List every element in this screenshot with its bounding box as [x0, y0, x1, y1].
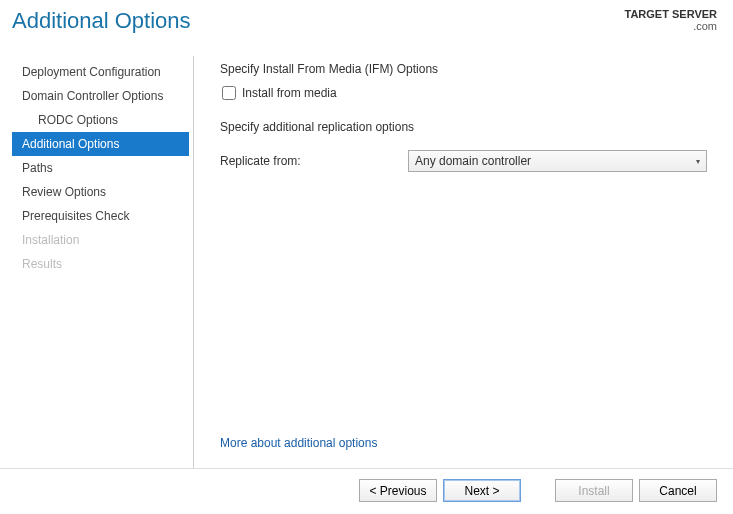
target-server-block: TARGET SERVER .com — [625, 8, 718, 32]
sidebar-item-domain-controller-options[interactable]: Domain Controller Options — [12, 84, 189, 108]
sidebar-item-additional-options[interactable]: Additional Options — [12, 132, 189, 156]
sidebar-item-rodc-options[interactable]: RODC Options — [12, 108, 189, 132]
main-panel: Specify Install From Media (IFM) Options… — [194, 56, 721, 468]
more-about-link[interactable]: More about additional options — [220, 436, 707, 450]
chevron-down-icon: ▾ — [696, 157, 700, 166]
sidebar-item-prerequisites-check[interactable]: Prerequisites Check — [12, 204, 189, 228]
next-button[interactable]: Next > — [443, 479, 521, 502]
sidebar-item-deployment-configuration[interactable]: Deployment Configuration — [12, 60, 189, 84]
target-server-value: .com — [625, 20, 718, 32]
sidebar-item-review-options[interactable]: Review Options — [12, 180, 189, 204]
install-from-media-checkbox[interactable]: Install from media — [222, 86, 707, 100]
wizard-footer: < Previous Next > Install Cancel — [0, 468, 733, 514]
install-from-media-label: Install from media — [242, 86, 337, 100]
target-server-label: TARGET SERVER — [625, 8, 718, 20]
replicate-from-value: Any domain controller — [415, 154, 531, 168]
sidebar-item-results: Results — [12, 252, 189, 276]
cancel-button[interactable]: Cancel — [639, 479, 717, 502]
previous-button[interactable]: < Previous — [359, 479, 437, 502]
page-title: Additional Options — [8, 8, 191, 34]
wizard-sidebar: Deployment ConfigurationDomain Controlle… — [12, 56, 194, 468]
sidebar-item-paths[interactable]: Paths — [12, 156, 189, 180]
replication-heading: Specify additional replication options — [220, 120, 707, 134]
sidebar-item-installation: Installation — [12, 228, 189, 252]
install-from-media-input[interactable] — [222, 86, 236, 100]
install-button: Install — [555, 479, 633, 502]
replicate-from-dropdown[interactable]: Any domain controller ▾ — [408, 150, 707, 172]
replicate-from-label: Replicate from: — [220, 154, 396, 168]
ifm-heading: Specify Install From Media (IFM) Options — [220, 62, 707, 76]
